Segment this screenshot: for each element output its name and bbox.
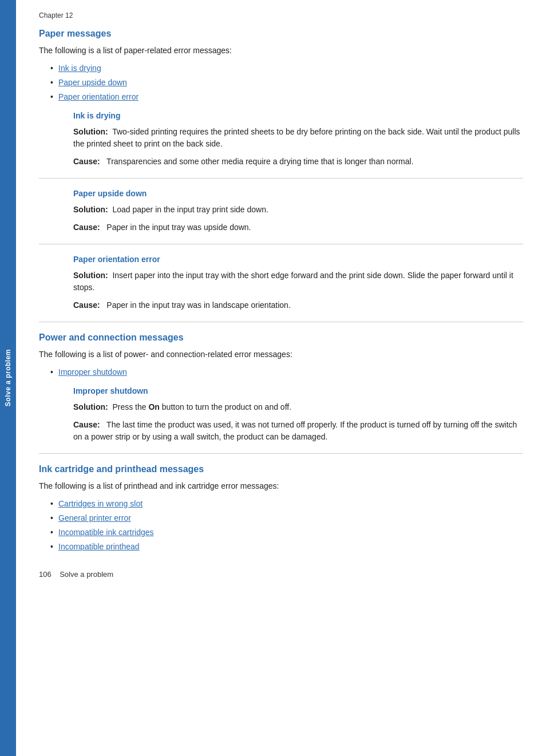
list-item: Incompatible ink cartridges <box>50 527 523 539</box>
chapter-label: Chapter 12 <box>39 11 523 19</box>
solution-paper-upside-down: Solution: Load paper in the input tray p… <box>73 204 523 216</box>
section-intro-paper-messages: The following is a list of paper-related… <box>39 45 523 57</box>
list-item: Incompatible printhead <box>50 541 523 553</box>
subsection-paper-upside-down: Paper upside down Solution: Load paper i… <box>73 189 523 233</box>
list-item: Cartridges in wrong slot <box>50 498 523 510</box>
solution-text: Insert paper into the input tray with th… <box>73 271 513 292</box>
power-connection-links: Improper shutdown <box>50 366 523 378</box>
sidebar-label: Solve a problem <box>4 349 12 406</box>
cause-paper-upside-down: Cause: Paper in the input tray was upsid… <box>73 221 523 233</box>
section-heading-ink-cartridge: Ink cartridge and printhead messages <box>39 464 523 474</box>
list-item: Paper orientation error <box>50 91 523 103</box>
link-cartridges-in-wrong-slot[interactable]: Cartridges in wrong slot <box>58 499 143 508</box>
footer-page-label: Solve a problem <box>60 570 113 579</box>
solution-text-part2: button to turn the product on and off. <box>160 402 291 411</box>
solution-text: Load paper in the input tray print side … <box>112 205 268 214</box>
page-number: 106 <box>39 570 52 579</box>
solution-label: Solution: <box>73 402 108 411</box>
cause-improper-shutdown: Cause: The last time the product was use… <box>73 419 523 443</box>
section-paper-messages: Paper messages The following is a list o… <box>39 29 523 322</box>
solution-text-part1: Press the <box>112 402 148 411</box>
solution-text: Two-sided printing requires the printed … <box>73 127 520 148</box>
cause-text: Transparencies and some other media requ… <box>106 157 413 166</box>
main-content: Chapter 12 Paper messages The following … <box>16 0 546 756</box>
solution-paper-orientation-error: Solution: Insert paper into the input tr… <box>73 270 523 294</box>
subsection-improper-shutdown: Improper shutdown Solution: Press the On… <box>73 386 523 443</box>
link-incompatible-ink-cartridges[interactable]: Incompatible ink cartridges <box>58 528 154 537</box>
cause-ink-is-drying: Cause: Transparencies and some other med… <box>73 156 523 168</box>
section-ink-cartridge-messages: Ink cartridge and printhead messages The… <box>39 464 523 553</box>
section-heading-power-connection: Power and connection messages <box>39 333 523 343</box>
cause-label: Cause: <box>73 420 100 429</box>
solution-label: Solution: <box>73 271 108 280</box>
divider-4 <box>39 453 523 454</box>
solution-label: Solution: <box>73 127 108 136</box>
cause-text: Paper in the input tray was in landscape… <box>106 300 290 310</box>
cause-paper-orientation-error: Cause: Paper in the input tray was in la… <box>73 299 523 311</box>
link-improper-shutdown[interactable]: Improper shutdown <box>58 367 127 377</box>
section-heading-paper-messages: Paper messages <box>39 29 523 39</box>
solution-improper-shutdown: Solution: Press the On button to turn th… <box>73 401 523 413</box>
cause-label: Cause: <box>73 157 100 166</box>
section-intro-power-connection: The following is a list of power- and co… <box>39 349 523 361</box>
subsection-heading-ink-is-drying: Ink is drying <box>73 111 523 120</box>
link-general-printer-error[interactable]: General printer error <box>58 513 131 523</box>
divider-2 <box>39 244 523 244</box>
solution-bold-on: On <box>148 402 159 411</box>
link-paper-orientation-error[interactable]: Paper orientation error <box>58 92 139 101</box>
subsection-ink-is-drying: Ink is drying Solution: Two-sided printi… <box>73 111 523 168</box>
link-paper-upside-down[interactable]: Paper upside down <box>58 78 127 87</box>
list-item: General printer error <box>50 512 523 524</box>
solution-label: Solution: <box>73 205 108 214</box>
subsection-heading-improper-shutdown: Improper shutdown <box>73 386 523 395</box>
subsection-heading-paper-upside-down: Paper upside down <box>73 189 523 198</box>
solution-ink-is-drying: Solution: Two-sided printing requires th… <box>73 126 523 150</box>
link-incompatible-printhead[interactable]: Incompatible printhead <box>58 542 140 551</box>
subsection-paper-orientation-error: Paper orientation error Solution: Insert… <box>73 255 523 311</box>
cause-label: Cause: <box>73 300 100 310</box>
divider-3 <box>39 322 523 322</box>
paper-messages-links: Ink is drying Paper upside down Paper or… <box>50 62 523 103</box>
divider-1 <box>39 178 523 179</box>
section-intro-ink-cartridge: The following is a list of printhead and… <box>39 480 523 492</box>
list-item: Ink is drying <box>50 62 523 74</box>
cause-text: Paper in the input tray was upside down. <box>106 223 251 232</box>
cause-text: The last time the product was used, it w… <box>73 420 517 441</box>
list-item: Improper shutdown <box>50 366 523 378</box>
list-item: Paper upside down <box>50 77 523 89</box>
cause-label: Cause: <box>73 223 100 232</box>
section-power-connection-messages: Power and connection messages The follow… <box>39 333 523 454</box>
ink-cartridge-links: Cartridges in wrong slot General printer… <box>50 498 523 553</box>
subsection-heading-paper-orientation-error: Paper orientation error <box>73 255 523 264</box>
link-ink-is-drying[interactable]: Ink is drying <box>58 64 101 73</box>
sidebar: Solve a problem <box>0 0 16 756</box>
footer: 106 Solve a problem <box>39 570 523 579</box>
